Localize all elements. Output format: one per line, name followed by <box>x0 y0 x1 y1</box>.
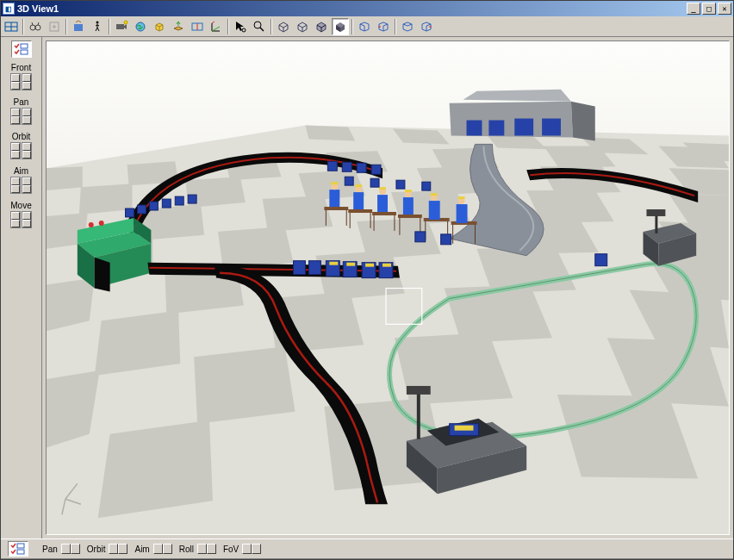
window-controls: _ □ ✕ <box>687 3 731 15</box>
roll-right[interactable] <box>207 544 216 554</box>
svg-rect-130 <box>431 193 438 196</box>
section-button[interactable] <box>189 18 206 35</box>
axis-button[interactable] <box>208 18 225 35</box>
aim-left[interactable] <box>153 544 163 554</box>
pan-right[interactable] <box>71 544 80 554</box>
cube-copy-button[interactable] <box>151 18 168 35</box>
box-back-button[interactable] <box>399 18 416 35</box>
3d-viewport[interactable] <box>46 40 730 535</box>
svg-rect-128 <box>429 201 440 220</box>
svg-point-3 <box>30 25 35 30</box>
aim-control: Aim <box>10 166 32 194</box>
move-down-2[interactable] <box>22 220 31 227</box>
svg-rect-79 <box>327 161 337 171</box>
fov-up[interactable] <box>252 544 261 554</box>
check-grid-button-bottom[interactable] <box>8 541 28 557</box>
bottom-orbit-label: Orbit <box>87 544 106 554</box>
move-down-1[interactable] <box>11 220 20 227</box>
svg-rect-137 <box>415 232 426 242</box>
orbit-label: Orbit <box>12 132 31 141</box>
box-front-button[interactable] <box>418 18 435 35</box>
pan-up-1[interactable] <box>11 109 20 116</box>
close-button[interactable]: ✕ <box>718 3 731 15</box>
svg-line-6 <box>38 22 39 25</box>
svg-rect-98 <box>346 263 355 266</box>
window-title: 3D View1 <box>17 3 687 14</box>
layer-up-button[interactable] <box>170 18 187 35</box>
bottom-orbit-control: Orbit <box>87 544 128 554</box>
pan-left[interactable] <box>61 544 71 554</box>
pan-up-2[interactable] <box>22 109 31 116</box>
front-spinner-group <box>10 73 32 90</box>
maximize-button[interactable]: □ <box>702 3 716 15</box>
aim-right[interactable] <box>163 544 172 554</box>
fit-button[interactable] <box>70 18 87 35</box>
move-up-2[interactable] <box>22 212 31 220</box>
svg-rect-97 <box>329 262 338 265</box>
aim-label: Aim <box>14 166 28 176</box>
walk-button[interactable] <box>89 18 106 35</box>
titlebar: ◧ 3D View1 _ □ ✕ <box>1 1 733 16</box>
svg-marker-90 <box>95 258 110 292</box>
bottom-roll-control: Roll <box>179 544 216 554</box>
orbit-down-2[interactable] <box>22 151 31 159</box>
bottom-toolbar: Pan Orbit Aim Roll FoV <box>1 538 733 559</box>
orbit-down-1[interactable] <box>11 151 20 159</box>
roll-left[interactable] <box>197 544 207 554</box>
app-window: ◧ 3D View1 _ □ ✕ <box>0 0 734 560</box>
svg-rect-100 <box>383 264 391 267</box>
fov-down[interactable] <box>242 544 252 554</box>
svg-point-89 <box>99 221 104 226</box>
front-up-2[interactable] <box>22 74 31 82</box>
svg-rect-118 <box>379 187 386 190</box>
box-left-button[interactable] <box>356 18 373 35</box>
orbit-up-1[interactable] <box>11 143 20 151</box>
svg-rect-18 <box>21 44 28 48</box>
warehouse-building <box>450 90 595 141</box>
wireframe2-button[interactable] <box>294 18 311 35</box>
globe-button[interactable] <box>132 18 149 35</box>
svg-rect-139 <box>345 177 353 185</box>
pan-down-1[interactable] <box>11 116 20 124</box>
aim-down-1[interactable] <box>11 185 20 193</box>
aim-up-1[interactable] <box>11 177 20 185</box>
box-right-button[interactable] <box>375 18 392 35</box>
minimize-button[interactable]: _ <box>687 3 700 15</box>
svg-marker-21 <box>305 126 355 141</box>
orbit-up-2[interactable] <box>22 143 31 151</box>
bottom-pan-control: Pan <box>42 544 80 554</box>
svg-rect-10 <box>116 24 124 29</box>
aim-up-2[interactable] <box>22 177 31 185</box>
pan-down-2[interactable] <box>22 116 31 124</box>
move-up-1[interactable] <box>11 212 20 220</box>
check-grid-button[interactable] <box>11 40 32 58</box>
camera-button[interactable] <box>113 18 130 35</box>
front-label: Front <box>11 63 31 72</box>
svg-marker-67 <box>463 90 571 102</box>
goto-button[interactable] <box>46 18 63 35</box>
svg-point-9 <box>96 21 99 23</box>
svg-rect-69 <box>467 121 482 136</box>
move-label: Move <box>10 201 31 210</box>
front-up-1[interactable] <box>11 74 20 82</box>
svg-marker-68 <box>571 102 595 141</box>
front-down-1[interactable] <box>11 82 20 90</box>
orbit-left[interactable] <box>109 544 118 554</box>
aim-down-2[interactable] <box>22 185 31 193</box>
wireframe1-button[interactable] <box>275 18 292 35</box>
svg-rect-77 <box>175 196 184 205</box>
binoculars-button[interactable] <box>27 18 44 35</box>
svg-point-4 <box>35 25 40 30</box>
svg-rect-147 <box>646 209 665 216</box>
front-down-2[interactable] <box>22 82 31 90</box>
layout-button[interactable] <box>3 18 20 35</box>
orbit-right[interactable] <box>118 544 128 554</box>
svg-line-17 <box>260 28 264 31</box>
svg-rect-157 <box>17 544 24 548</box>
zoom-button[interactable] <box>251 18 268 35</box>
svg-rect-74 <box>137 205 146 214</box>
pointer-button[interactable] <box>232 18 249 35</box>
wireframe3-button[interactable] <box>313 18 330 35</box>
shaded-button[interactable] <box>332 18 349 35</box>
pan-label: Pan <box>14 97 29 107</box>
